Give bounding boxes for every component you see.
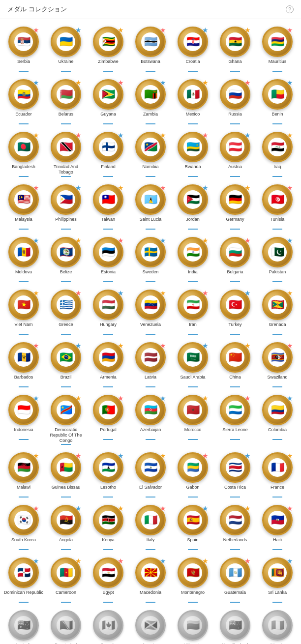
country-item[interactable]: ★🇹🇳Tunisia: [256, 182, 299, 232]
country-item[interactable]: ★🇬🇭Ghana: [214, 24, 256, 74]
country-item[interactable]: 🇧🇦Bosnia And Herzegovina: [45, 608, 87, 644]
country-item[interactable]: ★🇲🇾Malaysia: [2, 182, 45, 232]
country-item[interactable]: ★🇨🇳China: [214, 340, 256, 390]
country-item[interactable]: ★🇭🇹Haiti: [256, 502, 299, 553]
country-item[interactable]: ★🇲🇰Macedonia: [129, 555, 172, 605]
country-item[interactable]: ★🇧🇯Benin: [256, 77, 299, 127]
country-item[interactable]: ★🇳🇦Namibia: [129, 129, 172, 179]
country-item[interactable]: ★🇻🇪Venezuela: [129, 287, 172, 337]
country-item[interactable]: ★🇬🇦Gabon: [172, 450, 214, 500]
country-item[interactable]: ★🇲🇪Montenegro: [172, 555, 214, 605]
flag-emoji: 🇲🇰: [141, 563, 160, 582]
country-item[interactable]: ★🇵🇭Philippines: [45, 182, 87, 232]
country-item[interactable]: ★🇰🇪Kenya: [87, 502, 129, 553]
country-item[interactable]: ★🇲🇦Morocco: [172, 392, 214, 447]
country-item[interactable]: ★🇪🇪Estonia: [87, 234, 129, 285]
country-item[interactable]: ★🇮🇷Iran: [172, 287, 214, 337]
country-item[interactable]: ★🇫🇮Finland: [87, 129, 129, 179]
country-item[interactable]: ★🇳🇱Netherlands: [214, 502, 256, 553]
country-item[interactable]: ★🇬🇼Guinea Bissau: [45, 450, 87, 500]
country-item[interactable]: ★🇦🇲Armenia: [87, 340, 129, 390]
underline-bar: [146, 281, 155, 282]
country-item[interactable]: ★🇨🇷Costa Rica: [214, 450, 256, 500]
country-item[interactable]: 🇱🇹Lithuania: [172, 608, 214, 644]
country-item[interactable]: ★🇩🇴Dominican Republic: [2, 555, 45, 605]
medal-circle: ★🇻🇪: [135, 290, 166, 320]
country-item[interactable]: ★🇦🇹Austria: [214, 129, 256, 179]
country-item[interactable]: ★🇧🇩Bangladesh: [2, 129, 45, 179]
country-item[interactable]: ★🇲🇩Moldova: [2, 234, 45, 285]
country-item[interactable]: ★🇷🇼Rwanda: [172, 129, 214, 179]
country-name: Viet Nam: [15, 322, 33, 333]
country-item[interactable]: 🇳🇿New Zealand: [214, 608, 256, 644]
country-item[interactable]: ★🇹🇼Taiwan: [87, 182, 129, 232]
country-item[interactable]: ★🇲🇺Mauritius: [256, 24, 299, 74]
star-badge: ★: [287, 557, 293, 565]
country-item[interactable]: ★🇨🇩Democratic Republic Of The Congo: [45, 392, 87, 447]
country-item[interactable]: 🇦🇺Australia: [2, 608, 45, 644]
country-item[interactable]: ★🇮🇶Iraq: [256, 129, 299, 179]
country-item[interactable]: ★🇿🇼Zimbabwe: [87, 24, 129, 74]
country-item[interactable]: 🇨🇦Canada: [87, 608, 129, 644]
country-name: Colombia: [268, 427, 287, 438]
country-item[interactable]: 🇯🇲Jamaica: [129, 608, 172, 644]
underline-bar: [230, 123, 240, 124]
country-item[interactable]: ★🇧🇧Barbados: [2, 340, 45, 390]
country-item[interactable]: ★🇬🇾Guyana: [87, 77, 129, 127]
country-item[interactable]: ★🇱🇻Latvia: [129, 340, 172, 390]
country-name: Bulgaria: [227, 269, 243, 280]
country-item[interactable]: ★🇸🇪Sweden: [129, 234, 172, 285]
medal-circle: ★🇫🇷: [262, 452, 293, 483]
country-item[interactable]: ★🇹🇹Trinidad And Tobago: [45, 129, 87, 179]
country-item[interactable]: ★🇧🇷Brazil: [45, 340, 87, 390]
country-item[interactable]: ★🇲🇼Malawi: [2, 450, 45, 500]
country-item[interactable]: ★🇬🇷Greece: [45, 287, 87, 337]
country-item[interactable]: ★🇧🇾Belarus: [45, 77, 87, 127]
country-item[interactable]: ★🇸🇻El Salvador: [129, 450, 172, 500]
country-item[interactable]: ★🇧🇿Belize: [45, 234, 87, 285]
medal-circle: ★🇹🇷: [220, 290, 250, 320]
country-item[interactable]: ★🇦🇿Azerbaijan: [129, 392, 172, 447]
medal-circle: ★🇸🇦: [178, 342, 208, 373]
country-item[interactable]: ★🇮🇳India: [172, 234, 214, 285]
country-item[interactable]: ★🇲🇽Mexico: [172, 77, 214, 127]
country-item[interactable]: ★🇻🇳Viet Nam: [2, 287, 45, 337]
country-item[interactable]: ★🇦🇴Angola: [45, 502, 87, 553]
country-item[interactable]: ★🇬🇹Guatemala: [214, 555, 256, 605]
country-item[interactable]: ★🇨🇴Colombia: [256, 392, 299, 447]
country-item[interactable]: ★🇧🇬Bulgaria: [214, 234, 256, 285]
country-item[interactable]: ★🇨🇲Cameroon: [45, 555, 87, 605]
country-item[interactable]: ★🇸🇿Swaziland: [256, 340, 299, 390]
country-item[interactable]: ★🇱🇰Sri Lanka: [256, 555, 299, 605]
country-item[interactable]: ★🇸🇱Sierra Leone: [214, 392, 256, 447]
country-item[interactable]: ★🇱🇨Saint Lucia: [129, 182, 172, 232]
star-badge: ★: [75, 342, 82, 350]
country-item[interactable]: ★🇫🇷France: [256, 450, 299, 500]
country-item[interactable]: ★🇹🇷Turkey: [214, 287, 256, 337]
country-item[interactable]: ★🇪🇨Ecuador: [2, 77, 45, 127]
country-item[interactable]: ★🇵🇹Portugal: [87, 392, 129, 447]
country-item[interactable]: ★🇰🇷South Korea: [2, 502, 45, 553]
country-item[interactable]: ★🇧🇼Botswana: [129, 24, 172, 74]
country-item[interactable]: ★🇷🇸Serbia: [2, 24, 45, 74]
country-item[interactable]: ★🇪🇸Spain: [172, 502, 214, 553]
star-badge: ★: [75, 394, 82, 402]
country-item[interactable]: 🇳🇬Nigeria: [256, 608, 299, 644]
help-icon[interactable]: ?: [286, 5, 294, 13]
country-item[interactable]: ★🇭🇷Croatia: [172, 24, 214, 74]
flag-emoji: 🇭🇷: [183, 32, 202, 51]
country-item[interactable]: ★🇺🇦Ukraine: [45, 24, 87, 74]
country-item[interactable]: ★🇸🇦Saudi Arabia: [172, 340, 214, 390]
country-item[interactable]: ★🇭🇺Hungary: [87, 287, 129, 337]
country-item[interactable]: ★🇮🇹Italy: [129, 502, 172, 553]
country-name: South Korea: [11, 537, 36, 548]
country-item[interactable]: ★🇵🇰Pakistan: [256, 234, 299, 285]
country-item[interactable]: ★🇩🇪Germany: [214, 182, 256, 232]
country-item[interactable]: ★🇪🇬Egypt: [87, 555, 129, 605]
country-item[interactable]: ★🇯🇴Jordan: [172, 182, 214, 232]
country-item[interactable]: ★🇿🇲Zambia: [129, 77, 172, 127]
country-item[interactable]: ★🇬🇩Grenada: [256, 287, 299, 337]
country-item[interactable]: ★🇱🇸Lesotho: [87, 450, 129, 500]
country-item[interactable]: ★🇮🇩Indonesia: [2, 392, 45, 447]
country-item[interactable]: ★🇷🇺Russia: [214, 77, 256, 127]
